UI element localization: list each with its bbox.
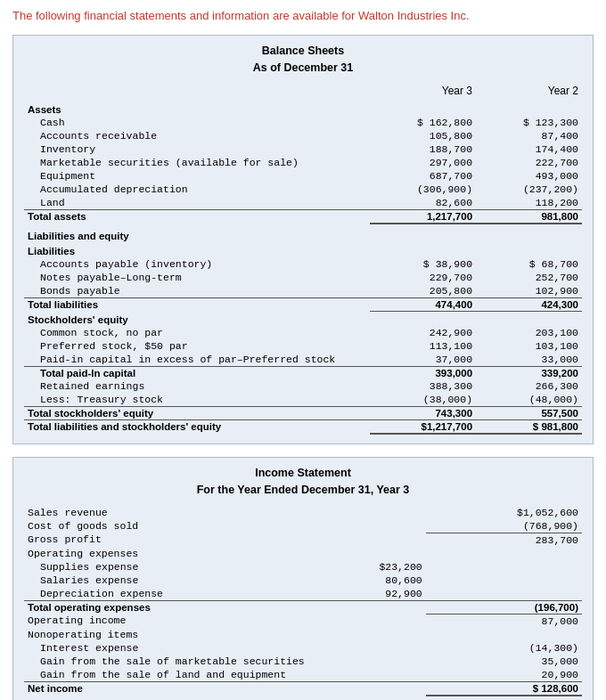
income-statement-section: Income Statement For the Year Ended Dece… [12, 457, 594, 700]
table-row: Paid-in capital in excess of par–Preferr… [24, 353, 582, 367]
total-operating-expenses-row: Total operating expenses (196,700) [24, 600, 582, 614]
net-income-row: Net income $ 128,600 [24, 681, 582, 696]
total-liabilities-row: Total liabilities 474,400 424,300 [24, 297, 582, 311]
liabilities-header-row: Liabilities [24, 242, 582, 257]
table-row: Sales revenue $1,052,600 [24, 506, 582, 519]
assets-header-row: Assets [24, 101, 582, 116]
total-equity-row: Total stockholders' equity 743,300 557,5… [24, 407, 582, 420]
total-paid-in-capital-row: Total paid-In capital 393,000 339,200 [24, 367, 582, 380]
table-row: Operating income 87,000 [24, 614, 582, 628]
table-row: Salaries expense 80,600 [24, 574, 582, 587]
table-row: Gain from the sale of marketable securit… [24, 655, 582, 668]
income-statement-title: Income Statement For the Year Ended Dece… [24, 465, 582, 499]
income-statement-table: Sales revenue $1,052,600 Cost of goods s… [24, 506, 582, 696]
balance-sheet-header: Year 3 Year 2 [24, 84, 582, 101]
total-liabilities-equity-row: Total liabilities and stockholders' equi… [24, 420, 582, 435]
table-row: Equipment 687,700 493,000 [24, 169, 582, 183]
table-row: Bonds payable 205,800 102,900 [24, 284, 582, 298]
table-row: Less: Treasury stock (38,000) (48,000) [24, 393, 582, 407]
year3-header: Year 3 [370, 84, 476, 101]
table-row: Common stock, no par 242,900 203,100 [24, 326, 582, 339]
year2-header: Year 2 [476, 84, 582, 101]
table-row: Gain from the sale of land and equipment… [24, 668, 582, 682]
intro-text: The following financial statements and i… [12, 9, 594, 22]
table-row: Supplies expense $23,200 [24, 560, 582, 574]
balance-sheet-section: Balance Sheets As of December 31 Year 3 … [12, 35, 594, 444]
table-row: Accounts payable (inventory) $ 38,900 $ … [24, 257, 582, 271]
liabilities-equity-header-row: Liabilities and equity [24, 227, 582, 242]
nonoperating-header: Nonoperating items [24, 628, 582, 641]
balance-sheet-table: Year 3 Year 2 Assets Cash $ 162,800 $ 12… [24, 84, 582, 435]
table-row: Land 82,600 118,200 [24, 196, 582, 210]
operating-expenses-header: Operating expenses [24, 547, 582, 560]
table-row: Accumulated depreciation (306,900) (237,… [24, 183, 582, 196]
table-row: Inventory 188,700 174,400 [24, 142, 582, 156]
table-row: Cash $ 162,800 $ 123,300 [24, 116, 582, 129]
table-row: Retained earnings 388,300 266,300 [24, 379, 582, 393]
stockholders-equity-header-row: Stockholders' equity [24, 311, 582, 326]
table-row: Notes payable–Long-term 229,700 252,700 [24, 271, 582, 284]
table-row: Gross profit 283,700 [24, 533, 582, 547]
table-row: Marketable securities (available for sal… [24, 156, 582, 169]
table-row: Cost of goods sold (768,900) [24, 519, 582, 533]
table-row: Interest expense (14,300) [24, 641, 582, 655]
total-assets-row: Total assets 1,217,700 981,800 [24, 209, 582, 224]
table-row: Depreciation expense 92,900 [24, 587, 582, 601]
table-row: Preferred stock, $50 par 113,100 103,100 [24, 339, 582, 353]
table-row: Accounts receivable 105,800 87,400 [24, 129, 582, 142]
balance-sheet-title: Balance Sheets As of December 31 [24, 43, 582, 77]
